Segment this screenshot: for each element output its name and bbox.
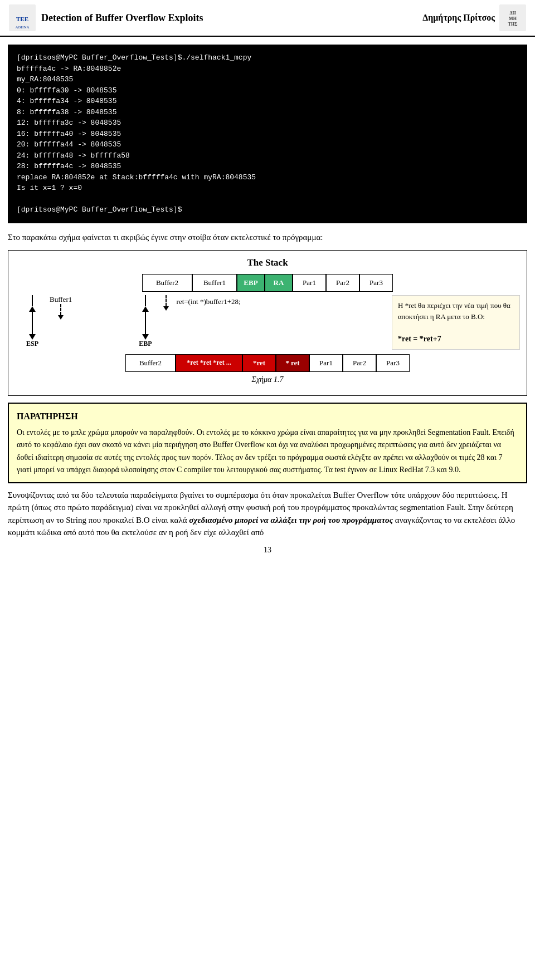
svg-text:ΤΕΕ: ΤΕΕ [16,16,28,22]
svg-text:ΔΗ: ΔΗ [509,11,516,16]
stack-bottom-row: Buffer2 *ret *ret *ret ... *ret * ret Pa… [15,354,520,372]
note-title: ΠΑΡΑΤΗΡΗΣΗ [17,409,518,424]
header-left: ΤΕΕ ΑΘΗΝΑ Detection of Buffer Overflow E… [9,4,203,31]
note-box: ΠΑΡΑΤΗΡΗΣΗ Οι εντολές με το μπλε χρώμα μ… [8,403,527,483]
cell-buffer2-bottom: Buffer2 [125,354,176,372]
body-text-1: Στο παρακάτω σχήμα φαίνεται τι ακριβώς έ… [8,231,527,244]
ebp-label: EBP [139,340,152,348]
cell-ret-2: *ret [242,354,276,372]
ebp-arrow-up [142,306,149,312]
paragraph-bold-italic: σχεδιασμένο μπορεί να αλλάξει την ροή το… [189,516,393,525]
svg-text:ΤΗΣ: ΤΗΣ [508,22,518,27]
ebp-arrow-down [142,334,149,340]
cell-ebp-top: EBP [237,274,265,292]
cell-par2-bottom: Par2 [343,354,376,372]
header-right: Δημήτρης Πρίτσος ΔΗ ΜΗ ΤΗΣ [422,4,526,31]
esp-arrow-up [29,306,36,312]
cell-ret-overflow: *ret *ret *ret ... [176,354,242,372]
cell-par3-bottom: Par3 [376,354,410,372]
esp-arrow-down [29,334,36,340]
ret-box-text: Η *ret θα περιέχει την νέα τιμή που θα α… [398,300,514,322]
tee-logo: ΤΕΕ ΑΘΗΝΑ [9,4,36,31]
cell-par3-top: Par3 [359,274,393,292]
page-number: 13 [0,546,535,555]
figure-label: Σχήμα 1.7 [15,375,520,384]
cell-par2-top: Par2 [326,274,359,292]
esp-label: ESP [26,340,38,348]
cell-ret-3: * ret [276,354,309,372]
note-text: Οι εντολές με το μπλε χρώμα μπορούν να π… [17,427,518,477]
paragraph-text: Συνοψίζοντας από τα δύο τελευταία παραδε… [8,489,527,539]
stack-title: The Stack [15,257,520,268]
right-logo: ΔΗ ΜΗ ΤΗΣ [499,4,526,31]
ret-formula: *ret = *ret+7 [398,333,514,345]
cell-buffer1-top: Buffer1 [192,274,237,292]
author-name: Δημήτρης Πρίτσος [422,13,495,23]
cell-ra-top: RA [265,274,293,292]
page-header: ΤΕΕ ΑΘΗΝΑ Detection of Buffer Overflow E… [0,0,535,37]
svg-text:ΜΗ: ΜΗ [509,16,517,21]
header-title: Detection of Buffer Overflow Exploits [41,12,203,24]
ret-info-box: Η *ret θα περιέχει την νέα τιμή που θα α… [392,295,520,350]
svg-text:ΑΘΗΝΑ: ΑΘΗΝΑ [16,25,30,30]
stack-top-row: Buffer2 Buffer1 EBP RA Par1 Par2 Par3 [15,274,520,292]
terminal-output: [dpritsos@MyPC Buffer_Overflow_Tests]$./… [8,45,527,223]
cell-par1-top: Par1 [293,274,326,292]
stack-diagram: The Stack Buffer2 Buffer1 EBP RA Par1 Pa… [8,250,527,396]
cell-buffer2-top: Buffer2 [142,274,192,292]
buffer1-label: Buffer1 [50,295,72,304]
ret-label: ret=(int *)buffer1+28; [177,297,241,306]
cell-par1-bottom: Par1 [309,354,343,372]
